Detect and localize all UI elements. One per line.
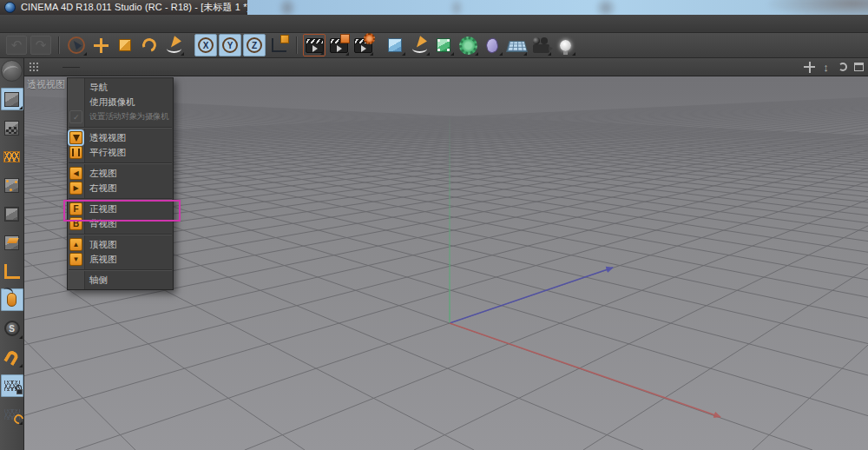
viewport-menu-options[interactable]: [95, 67, 111, 68]
c4d-logo-icon: [4, 2, 16, 13]
clapper-icon: [330, 38, 348, 53]
gear-sphere-icon: [459, 36, 477, 55]
add-scene-button[interactable]: [505, 34, 528, 56]
camera-menu-back[interactable]: 背视图 ▶: [68, 216, 173, 231]
cube-icon: [388, 38, 402, 52]
add-light-button[interactable]: [554, 34, 576, 56]
add-modeling-button[interactable]: [457, 34, 479, 56]
rotate-tool[interactable]: [138, 34, 161, 56]
snap-button[interactable]: [1, 317, 23, 340]
rotate-view-button[interactable]: [836, 61, 849, 74]
zoom-view-button[interactable]: [819, 61, 832, 74]
undo-button[interactable]: [5, 34, 28, 56]
camera-dropdown-menu: 导航 ▶ 使用摄像机 ▶ 设置活动对象为摄像机 ▶ 透视视图 ▶ 平行视图 ▶: [67, 77, 174, 290]
x-axis-line: [450, 323, 720, 417]
add-primitive-button[interactable]: [384, 34, 406, 56]
axes-coord-icon: [272, 38, 286, 52]
viewport-menu-panel[interactable]: [127, 67, 142, 68]
viewport-globe-icon: [1, 60, 23, 82]
lock-x-axis-button[interactable]: X: [194, 34, 217, 56]
clapper-icon: [306, 38, 324, 53]
viewport-menu-cameras[interactable]: [62, 67, 80, 68]
light-bulb-icon: [560, 40, 571, 51]
camera-menu-front[interactable]: 正视图 ▶: [68, 202, 173, 216]
add-generator-button[interactable]: [432, 34, 455, 56]
main-menu-bar: [0, 15, 868, 33]
add-deformer-button[interactable]: [481, 34, 503, 56]
magnet-button[interactable]: [1, 346, 23, 368]
points-mode-button[interactable]: [1, 174, 23, 196]
axis-ring-icon: [222, 37, 238, 53]
redo-button[interactable]: [30, 34, 52, 56]
dots-grid-icon[interactable]: [29, 62, 40, 73]
deformer-icon: [484, 36, 500, 54]
points-mode-icon: [4, 178, 19, 193]
scale-icon: [119, 39, 131, 51]
back-view-icon: [69, 217, 82, 230]
pan-view-button[interactable]: [803, 61, 816, 74]
title-bar: CINEMA 4D R18.011 Studio (RC - R18) - [未…: [0, 0, 868, 15]
viewport-controls: [803, 58, 865, 76]
viewport-menu-bar: [0, 58, 868, 76]
model-mode-icon: [4, 92, 19, 107]
toolbar-separator: [55, 34, 62, 56]
viewbar-items: [47, 67, 142, 68]
rotate-icon: [140, 36, 158, 54]
toolbar-separator: [293, 34, 300, 56]
main-toolbar: X Y Z: [0, 33, 868, 58]
lock-y-axis-button[interactable]: Y: [219, 34, 241, 56]
camera-menu-perspective[interactable]: 透视视图 ▶: [68, 130, 173, 145]
render-view-button[interactable]: [303, 34, 326, 56]
workplane-mode-button[interactable]: [1, 145, 23, 168]
sculpt-pen-icon: [165, 36, 183, 55]
model-mode-button[interactable]: [1, 88, 23, 110]
sculpt-tool[interactable]: [162, 34, 185, 56]
viewport-menu-filter[interactable]: [111, 67, 127, 68]
workplane-lock-button[interactable]: [1, 374, 23, 397]
add-camera-button[interactable]: [529, 34, 552, 56]
add-spline-button[interactable]: [408, 34, 431, 56]
edges-mode-button[interactable]: [1, 202, 23, 225]
camera-menu-axonometric[interactable]: 轴侧 ▶: [68, 273, 173, 288]
lock-z-axis-button[interactable]: Z: [243, 34, 266, 56]
viewport-menu-display[interactable]: [80, 67, 95, 68]
coordinate-system-button[interactable]: [267, 34, 290, 56]
camera-menu-top[interactable]: 顶视图 ▶: [68, 237, 173, 252]
camera-menu-bottom[interactable]: 底视图 ▶: [68, 252, 173, 267]
texture-mode-button[interactable]: [1, 116, 23, 139]
live-selection-tool[interactable]: [65, 34, 88, 56]
subdivision-cube-icon: [437, 38, 450, 52]
render-settings-button[interactable]: [352, 34, 374, 56]
maximize-view-button[interactable]: [852, 61, 865, 74]
workplane-lock-icon: [4, 381, 20, 391]
left-view-icon: [69, 167, 82, 180]
camera-menu-left[interactable]: 左视图 ▶: [68, 166, 173, 181]
workplane-snap-button[interactable]: [1, 403, 23, 426]
zoom-view-icon: [823, 59, 829, 75]
cursor-icon: [68, 36, 85, 54]
bottom-view-icon: [69, 253, 82, 266]
rotate-view-icon: [838, 63, 847, 71]
pan-view-icon: [804, 62, 815, 73]
viewport-menu-view[interactable]: [47, 67, 62, 68]
camera-icon: [533, 44, 549, 53]
viewport-solo-button[interactable]: [1, 288, 23, 311]
camera-menu-parallel[interactable]: 平行视图 ▶: [68, 145, 173, 160]
move-tool[interactable]: [89, 34, 112, 56]
toolbar-gap: [187, 34, 193, 56]
spline-pen-icon: [411, 36, 429, 55]
polygons-mode-button[interactable]: [1, 231, 23, 254]
camera-menu-navigation[interactable]: 导航 ▶: [68, 80, 173, 95]
scale-tool[interactable]: [114, 34, 136, 56]
camera-menu-set-active-object-as-camera[interactable]: 设置活动对象为摄像机 ▶: [68, 109, 173, 124]
edges-mode-icon: [4, 207, 19, 222]
right-view-icon: [69, 182, 82, 195]
enable-axis-button[interactable]: [1, 260, 23, 282]
camera-menu-right[interactable]: 右视图 ▶: [68, 181, 173, 195]
texture-mode-icon: [4, 121, 19, 136]
render-picture-viewer-button[interactable]: [327, 34, 350, 56]
undo-icon: [6, 36, 27, 55]
camera-menu-use-camera[interactable]: 使用摄像机 ▶: [68, 95, 173, 109]
perspective-view-icon: [69, 131, 82, 144]
front-view-icon: [69, 202, 82, 215]
